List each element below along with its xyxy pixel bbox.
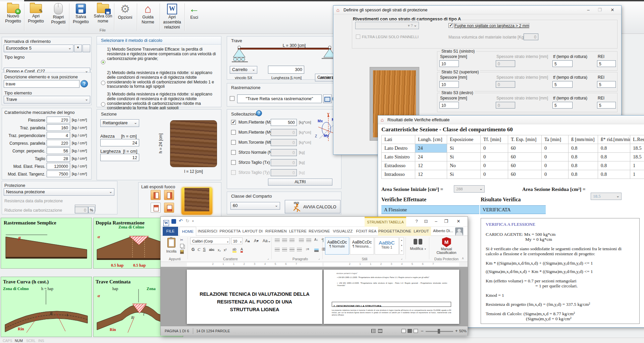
descrizione-input[interactable]: trave [4,80,79,88]
save-project-button[interactable]: Salva Progetto [70,2,92,32]
altezza-input[interactable]: 24 [100,139,139,146]
tab-riferimenti[interactable]: RIFERIMEN [264,227,288,236]
metodo-option-3[interactable]: 3) Metodo della resistenza e rigidezza r… [107,92,219,111]
n-checkbox[interactable] [231,150,236,155]
rastremazione-picker-button[interactable] [323,94,332,103]
mod-elast-fless-input[interactable]: 120000 [47,163,70,169]
metodo-option-2[interactable]: 2) Metodo della resistenza e rigidezza r… [107,71,219,89]
open-word-relations-button[interactable]: Apri assembla relazioni [160,2,184,32]
increase-indent-icon[interactable] [306,238,311,242]
paste-button[interactable]: Incolla [164,237,179,257]
sezione-shape-select[interactable]: Rettangolare [100,119,139,127]
close-button[interactable]: ✕ [606,6,619,14]
bold-button[interactable]: G [192,247,195,252]
zoom-out-button[interactable]: – [421,328,423,333]
document-area[interactable]: RELAZIONE TECNICA DI VALUTAZIONE DELLA R… [161,267,468,326]
highlight-color-button[interactable]: ab [232,247,236,253]
macro-record-icon[interactable] [371,329,376,333]
results-title-bar[interactable]: Risultati delle Verifiche effettuate [378,116,644,124]
dialog-launcher-icon[interactable]: ⌟ [318,257,320,260]
align-right-icon[interactable] [289,248,294,252]
s1-tf-input[interactable]: 5 [552,60,573,67]
table-grid-icon[interactable] [378,329,382,333]
options-button[interactable]: Opzioni [115,2,136,32]
tab-inserisci[interactable]: INSERISCI [196,227,219,236]
avatar[interactable] [455,227,463,235]
table-row[interactable]: Intradosso12Si06000.80.81 [382,170,644,179]
redo-icon[interactable]: ↻ [185,218,190,223]
sort-icon[interactable]: A↓ [314,238,318,242]
s2-spessore-input[interactable]: 10 [439,81,459,88]
read-mode-icon[interactable] [401,329,406,333]
align-left-icon[interactable] [275,248,280,252]
s3-tf-input[interactable]: 5 [552,102,573,109]
traz-parallela-input[interactable]: 160 [47,124,70,131]
style-nessuna[interactable]: AaBbCcDc ¶ Nessuna... [350,237,374,255]
style-titolo1[interactable]: AaBbC Titolo 1 [375,237,399,255]
font-size-select[interactable]: 10▾ [231,237,243,244]
close-button[interactable]: ✕ [452,218,465,226]
tab-layout[interactable]: LAYOUT [412,227,431,236]
fughe-label[interactable]: Fughe non sigillate con larghezza > 2 mm [454,23,529,28]
descrizione-help-icon[interactable]: ? [80,80,88,87]
maximize-button[interactable]: ❐ [594,6,605,14]
guide-norms-button[interactable]: Guida Norme [138,2,158,32]
my-checkbox[interactable] [231,130,236,135]
table-row[interactable]: Lato Sinistro24Si06000.80.818.5 [382,153,644,161]
rastremazione-checkbox[interactable] [230,96,234,101]
metodo-option-1[interactable]: 1) Metodo Sezione Trasversale Efficace: … [107,47,219,61]
web-layout-icon[interactable] [414,329,418,333]
word-count[interactable]: 14 DI 1294 PAROLE [196,329,230,333]
tab-visualizza[interactable]: VISUALIZZ [331,227,355,236]
mx-checkbox[interactable] [231,120,236,125]
normativa-select[interactable]: Eurocodice 5 [4,45,73,52]
dialog-launcher-icon[interactable]: ⌟ [267,257,269,260]
mt-checkbox[interactable] [231,140,236,145]
s3-spessore-input[interactable]: 10 [439,102,459,109]
tab-progetta[interactable]: PROGETTA [219,227,241,236]
flessione-input[interactable]: 270 [47,117,70,123]
pilcrow-icon[interactable]: ¶ [322,238,324,243]
sollecitazione-help-icon[interactable]: ? [256,110,262,116]
font-name-select[interactable]: Calibri (Corp▾ [190,237,230,244]
save-as-button[interactable]: Salva con nome [92,2,114,32]
undo-icon[interactable]: ↶ [179,218,183,223]
tipo-elemento-select[interactable]: Trave [4,96,90,104]
larghezza-input[interactable]: 12 [100,154,139,161]
minimize-button[interactable]: – [583,6,594,14]
line-spacing-icon[interactable]: ↕≡ [306,247,309,251]
grow-font-icon[interactable]: A▴ [245,238,250,243]
verifica-result-cell[interactable]: VERIFICATA [480,205,546,214]
minimize-button[interactable]: – [432,218,440,226]
tx-checkbox[interactable] [231,160,236,165]
fire-bottom-side-button[interactable] [164,203,174,213]
compress-parallela-input[interactable]: 220 [47,140,70,146]
lunghezza-input[interactable]: 300 [268,66,304,74]
tab-progettazione[interactable]: PROGETTAZIONE [378,227,412,236]
quick-save-icon[interactable] [171,219,176,224]
compr-perpendic-input[interactable]: 56 [47,147,70,154]
modifica-button[interactable]: Modifica ▾ [408,238,428,257]
ribbon-options-icon[interactable]: ⊡ [422,218,430,226]
numbering-icon[interactable] [282,238,287,242]
metodo-radio-3[interactable] [101,102,105,107]
zoom-level[interactable]: 50% [459,329,467,333]
dialog-title-bar[interactable]: Definire gli spessori degli strati di pr… [333,6,621,14]
mx-input[interactable]: 500 [271,119,297,126]
taglio-input[interactable]: 28 [47,155,70,162]
word-title-bar[interactable]: ↶ ↻ ▾ STRUMENTI TABELLA ? ⊡ – ❐ ✕ [161,217,468,227]
table-row[interactable]: Estradosso12No06000.80.81 [382,161,644,170]
font-color-button[interactable]: A [240,247,243,253]
zoom-in-button[interactable]: + [455,328,458,333]
tab-revisione[interactable]: REVISIONE [308,227,331,236]
s2-rei-input[interactable]: 5 [597,81,616,88]
page-indicator[interactable]: PAGINA 1 DI 6 [165,329,189,333]
verifica-flessione-row[interactable]: A Flessione [381,205,479,214]
fire-top-side-button[interactable] [151,203,161,213]
dialog-launcher-icon[interactable]: ⌟ [401,257,402,260]
normativa-extra-button[interactable] [83,45,90,52]
account-user[interactable]: Alberto Di... [433,229,453,233]
document-page[interactable]: RELAZIONE TECNICA DI VALUTAZIONE DELLA R… [187,270,322,324]
style-normale[interactable]: AaBbCcDc ¶ Normale [325,237,349,255]
multilevel-list-icon[interactable] [289,238,294,242]
